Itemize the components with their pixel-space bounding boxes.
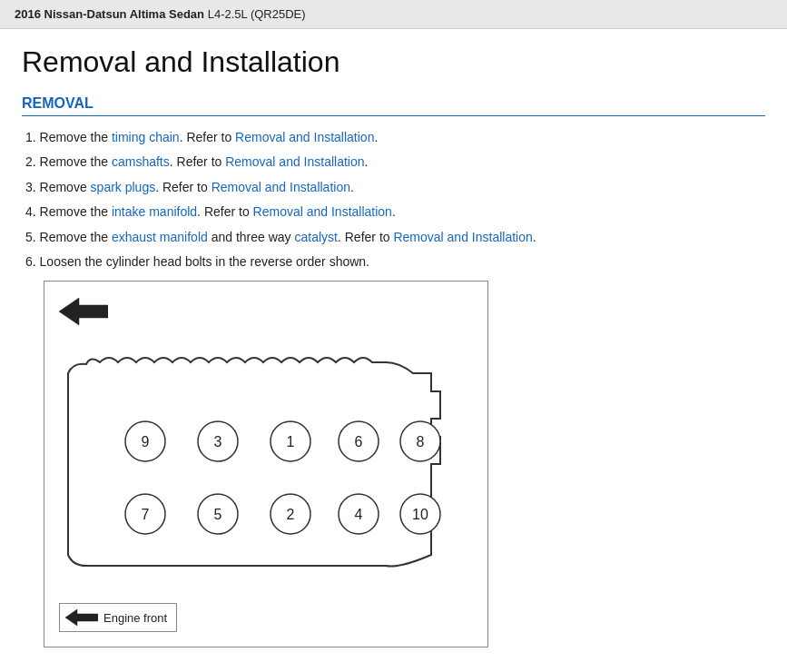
list-item: 3. Remove spark plugs. Refer to Removal … (22, 177, 765, 197)
list-item: 6. Loosen the cylinder head bolts in the… (22, 252, 765, 272)
timing-chain-link[interactable]: timing chain (112, 130, 180, 144)
list-item: 4. Remove the intake manifold. Refer to … (22, 202, 765, 222)
vehicle-model: 2016 Nissan-Datsun Altima Sedan (15, 7, 204, 21)
svg-text:4: 4 (355, 507, 363, 522)
legend-arrow-icon (65, 608, 98, 628)
legend-box: Engine front (59, 603, 177, 632)
removal-installation-link-3[interactable]: Removal and Installation (212, 180, 350, 194)
direction-arrow-icon (59, 296, 108, 327)
catalyst-link[interactable]: catalyst (295, 230, 338, 244)
header-bar: 2016 Nissan-Datsun Altima Sedan L4-2.5L … (0, 0, 787, 29)
svg-text:2: 2 (287, 507, 295, 522)
removal-installation-link-1[interactable]: Removal and Installation (235, 130, 374, 144)
steps-list: 1. Remove the timing chain. Refer to Rem… (22, 127, 765, 272)
removal-installation-link-5[interactable]: Removal and Installation (393, 230, 532, 244)
svg-text:10: 10 (412, 507, 428, 522)
legend-label: Engine front (103, 611, 167, 625)
list-item: 5. Remove the exhaust manifold and three… (22, 227, 765, 247)
svg-text:9: 9 (142, 434, 150, 450)
svg-marker-21 (65, 609, 98, 626)
diagram-container: 9 3 1 6 8 7 5 2 4 (44, 281, 488, 647)
vehicle-engine: L4-2.5L (QR25DE) (208, 7, 306, 21)
svg-text:7: 7 (142, 507, 150, 522)
removal-installation-link-4[interactable]: Removal and Installation (253, 204, 392, 219)
main-content: Removal and Installation REMOVAL 1. Remo… (0, 29, 787, 669)
intake-manifold-link[interactable]: intake manifold (112, 204, 197, 219)
svg-marker-0 (59, 298, 108, 325)
exhaust-manifold-link[interactable]: exhaust manifold (112, 230, 208, 244)
svg-text:6: 6 (355, 434, 363, 450)
list-item: 1. Remove the timing chain. Refer to Rem… (22, 127, 765, 147)
list-item: 2. Remove the camshafts. Refer to Remova… (22, 152, 765, 172)
camshafts-link[interactable]: camshafts (112, 154, 170, 169)
removal-installation-link-2[interactable]: Removal and Installation (225, 154, 364, 169)
page-title: Removal and Installation (22, 45, 765, 79)
svg-text:3: 3 (214, 434, 222, 450)
svg-text:1: 1 (287, 434, 295, 450)
spark-plugs-link[interactable]: spark plugs (91, 180, 156, 194)
svg-text:8: 8 (417, 434, 425, 450)
svg-text:5: 5 (214, 507, 222, 522)
engine-bolt-diagram: 9 3 1 6 8 7 5 2 4 (59, 337, 458, 591)
section-heading: REMOVAL (22, 95, 765, 116)
